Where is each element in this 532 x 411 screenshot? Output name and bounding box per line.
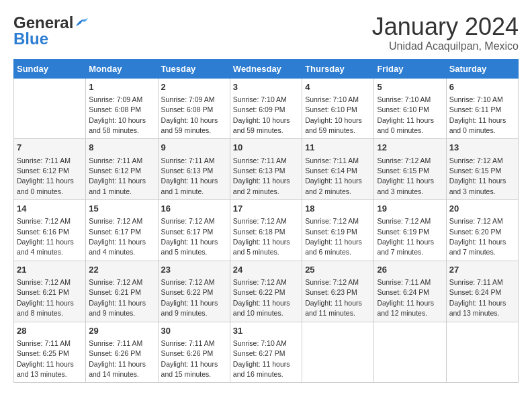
calendar-cell: 13Sunrise: 7:12 AMSunset: 6:15 PMDayligh… [446,139,518,200]
calendar-week-3: 21Sunrise: 7:12 AMSunset: 6:21 PMDayligh… [14,261,519,322]
header-cell-wednesday: Wednesday [230,59,302,78]
day-number: 20 [449,203,515,215]
day-number: 26 [377,264,443,276]
day-info: Sunrise: 7:11 AMSunset: 6:13 PMDaylight:… [161,156,218,195]
day-number: 13 [449,142,515,154]
title-block: January 2024 Unidad Acaquilpan, Mexico [372,13,519,52]
calendar-cell [374,322,446,383]
day-info: Sunrise: 7:12 AMSunset: 6:15 PMDaylight:… [449,156,506,195]
calendar-cell: 22Sunrise: 7:12 AMSunset: 6:21 PMDayligh… [86,261,158,322]
day-info: Sunrise: 7:12 AMSunset: 6:18 PMDaylight:… [233,217,290,256]
logo-blue: Blue [13,30,48,48]
day-number: 4 [305,81,371,93]
calendar-cell: 31Sunrise: 7:10 AMSunset: 6:27 PMDayligh… [230,322,302,383]
day-number: 17 [233,203,299,215]
header-cell-sunday: Sunday [14,59,86,78]
day-number: 15 [89,203,154,215]
calendar-week-0: 1Sunrise: 7:09 AMSunset: 6:08 PMDaylight… [14,78,519,139]
day-number: 10 [233,142,299,154]
day-info: Sunrise: 7:11 AMSunset: 6:26 PMDaylight:… [161,339,218,378]
calendar-cell: 20Sunrise: 7:12 AMSunset: 6:20 PMDayligh… [446,200,518,261]
calendar-cell: 4Sunrise: 7:10 AMSunset: 6:10 PMDaylight… [302,78,374,139]
calendar-cell: 29Sunrise: 7:11 AMSunset: 6:26 PMDayligh… [86,322,158,383]
calendar-cell: 27Sunrise: 7:11 AMSunset: 6:24 PMDayligh… [446,261,518,322]
calendar-cell: 8Sunrise: 7:11 AMSunset: 6:12 PMDaylight… [86,139,158,200]
day-number: 1 [89,81,154,93]
calendar-cell: 15Sunrise: 7:12 AMSunset: 6:17 PMDayligh… [86,200,158,261]
header-cell-saturday: Saturday [446,59,518,78]
calendar-cell: 24Sunrise: 7:12 AMSunset: 6:22 PMDayligh… [230,261,302,322]
calendar-cell: 21Sunrise: 7:12 AMSunset: 6:21 PMDayligh… [14,261,86,322]
day-number: 28 [17,325,83,337]
day-info: Sunrise: 7:09 AMSunset: 6:08 PMDaylight:… [161,95,218,134]
day-number: 12 [377,142,443,154]
day-number: 11 [305,142,371,154]
calendar-week-2: 14Sunrise: 7:12 AMSunset: 6:16 PMDayligh… [14,200,519,261]
day-number: 18 [305,203,371,215]
day-number: 16 [161,203,227,215]
calendar-cell: 12Sunrise: 7:12 AMSunset: 6:15 PMDayligh… [374,139,446,200]
day-number: 25 [305,264,371,276]
calendar-cell: 19Sunrise: 7:12 AMSunset: 6:19 PMDayligh… [374,200,446,261]
calendar-subtitle: Unidad Acaquilpan, Mexico [372,40,519,52]
header-cell-monday: Monday [86,59,158,78]
calendar-cell: 30Sunrise: 7:11 AMSunset: 6:26 PMDayligh… [158,322,230,383]
header-row: SundayMondayTuesdayWednesdayThursdayFrid… [14,59,519,78]
day-info: Sunrise: 7:12 AMSunset: 6:23 PMDaylight:… [305,278,362,317]
calendar-cell: 6Sunrise: 7:10 AMSunset: 6:11 PMDaylight… [446,78,518,139]
calendar-cell: 25Sunrise: 7:12 AMSunset: 6:23 PMDayligh… [302,261,374,322]
day-info: Sunrise: 7:10 AMSunset: 6:10 PMDaylight:… [305,95,362,134]
calendar-cell: 16Sunrise: 7:12 AMSunset: 6:17 PMDayligh… [158,200,230,261]
day-info: Sunrise: 7:11 AMSunset: 6:25 PMDaylight:… [17,339,74,378]
calendar-cell: 9Sunrise: 7:11 AMSunset: 6:13 PMDaylight… [158,139,230,200]
calendar-cell: 11Sunrise: 7:11 AMSunset: 6:14 PMDayligh… [302,139,374,200]
day-number: 31 [233,325,299,337]
calendar-cell: 1Sunrise: 7:09 AMSunset: 6:08 PMDaylight… [86,78,158,139]
calendar-table: SundayMondayTuesdayWednesdayThursdayFrid… [13,59,519,383]
day-number: 8 [89,142,154,154]
calendar-cell: 5Sunrise: 7:10 AMSunset: 6:10 PMDaylight… [374,78,446,139]
day-info: Sunrise: 7:12 AMSunset: 6:19 PMDaylight:… [305,217,362,256]
day-info: Sunrise: 7:12 AMSunset: 6:17 PMDaylight:… [161,217,218,256]
day-info: Sunrise: 7:11 AMSunset: 6:26 PMDaylight:… [89,339,146,378]
calendar-week-4: 28Sunrise: 7:11 AMSunset: 6:25 PMDayligh… [14,322,519,383]
day-number: 7 [17,142,83,154]
day-number: 5 [377,81,443,93]
day-number: 23 [161,264,227,276]
day-number: 6 [449,81,515,93]
day-number: 2 [161,81,227,93]
day-number: 24 [233,264,299,276]
calendar-cell: 14Sunrise: 7:12 AMSunset: 6:16 PMDayligh… [14,200,86,261]
day-info: Sunrise: 7:12 AMSunset: 6:22 PMDaylight:… [233,278,290,317]
calendar-cell [446,322,518,383]
day-info: Sunrise: 7:12 AMSunset: 6:19 PMDaylight:… [377,217,434,256]
day-info: Sunrise: 7:12 AMSunset: 6:15 PMDaylight:… [377,156,434,195]
day-info: Sunrise: 7:12 AMSunset: 6:16 PMDaylight:… [17,217,74,256]
page-header: General Blue January 2024 Unidad Acaquil… [13,13,519,52]
header-cell-friday: Friday [374,59,446,78]
header-cell-thursday: Thursday [302,59,374,78]
day-info: Sunrise: 7:11 AMSunset: 6:24 PMDaylight:… [377,278,434,317]
day-info: Sunrise: 7:09 AMSunset: 6:08 PMDaylight:… [89,95,146,134]
calendar-cell: 10Sunrise: 7:11 AMSunset: 6:13 PMDayligh… [230,139,302,200]
day-number: 30 [161,325,227,337]
calendar-title: January 2024 [372,13,519,40]
header-cell-tuesday: Tuesday [158,59,230,78]
calendar-cell: 3Sunrise: 7:10 AMSunset: 6:09 PMDaylight… [230,78,302,139]
calendar-cell: 28Sunrise: 7:11 AMSunset: 6:25 PMDayligh… [14,322,86,383]
day-info: Sunrise: 7:11 AMSunset: 6:12 PMDaylight:… [17,156,74,195]
day-info: Sunrise: 7:10 AMSunset: 6:10 PMDaylight:… [377,95,434,134]
calendar-cell: 17Sunrise: 7:12 AMSunset: 6:18 PMDayligh… [230,200,302,261]
calendar-cell [14,78,86,139]
day-info: Sunrise: 7:11 AMSunset: 6:13 PMDaylight:… [233,156,290,195]
day-info: Sunrise: 7:12 AMSunset: 6:21 PMDaylight:… [89,278,146,317]
day-number: 19 [377,203,443,215]
logo-bird-icon [75,17,89,29]
calendar-cell: 7Sunrise: 7:11 AMSunset: 6:12 PMDaylight… [14,139,86,200]
day-info: Sunrise: 7:10 AMSunset: 6:11 PMDaylight:… [449,95,506,134]
calendar-cell: 2Sunrise: 7:09 AMSunset: 6:08 PMDaylight… [158,78,230,139]
day-number: 27 [449,264,515,276]
day-number: 29 [89,325,154,337]
day-info: Sunrise: 7:11 AMSunset: 6:12 PMDaylight:… [89,156,146,195]
day-number: 22 [89,264,154,276]
